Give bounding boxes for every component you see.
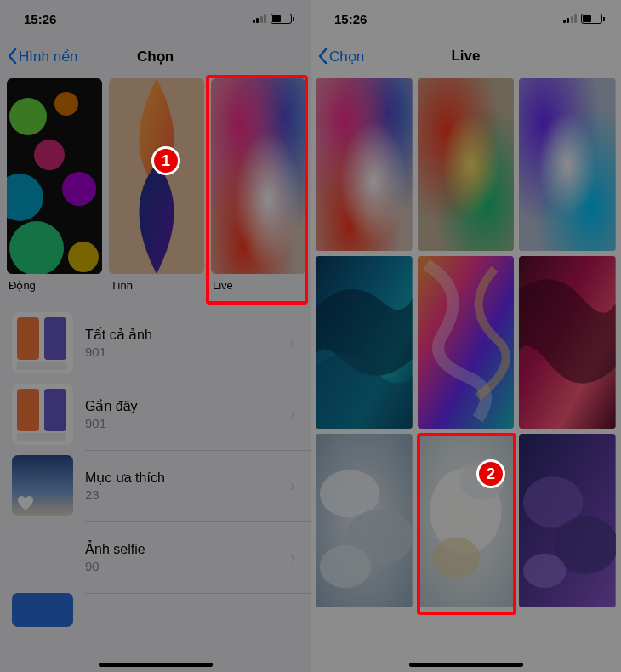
svg-rect-13 bbox=[211, 78, 306, 274]
svg-point-7 bbox=[68, 242, 99, 272]
svg-point-2 bbox=[54, 92, 78, 116]
category-label: Động bbox=[7, 279, 102, 292]
album-recents[interactable]: Gần đây 901 › bbox=[0, 379, 310, 450]
wallpaper-thumb[interactable] bbox=[418, 256, 515, 429]
back-label: Hình nền bbox=[19, 48, 78, 65]
album-favorites[interactable]: Mục ưa thích 23 › bbox=[0, 450, 310, 521]
category-still[interactable]: Tĩnh bbox=[109, 78, 204, 292]
step-marker-2: 2 bbox=[476, 459, 505, 488]
album-count: 90 bbox=[85, 559, 278, 573]
svg-point-6 bbox=[9, 221, 64, 274]
category-live-thumb bbox=[211, 78, 306, 274]
category-live[interactable]: Live bbox=[211, 78, 306, 292]
album-all-photos[interactable]: Tất cả ảnh 901 › bbox=[0, 307, 310, 379]
status-indicators bbox=[253, 14, 293, 24]
wallpaper-thumb[interactable] bbox=[316, 256, 413, 429]
wallpaper-thumb[interactable] bbox=[418, 78, 515, 251]
album-name: Ảnh selfie bbox=[85, 541, 278, 557]
svg-rect-35 bbox=[519, 78, 616, 251]
album-thumb bbox=[12, 593, 73, 627]
category-dynamic-thumb bbox=[7, 78, 102, 274]
heart-icon bbox=[17, 496, 34, 511]
battery-icon bbox=[581, 14, 602, 24]
phone-left: 15:26 Hình nền Chọn bbox=[0, 0, 310, 672]
album-live-photos[interactable] bbox=[0, 593, 310, 627]
back-button[interactable]: Hình nền bbox=[7, 48, 78, 65]
album-thumb bbox=[12, 455, 73, 516]
chevron-right-icon: › bbox=[290, 334, 295, 352]
step-marker-1: 1 bbox=[151, 146, 180, 175]
back-button[interactable]: Chọn bbox=[317, 48, 364, 65]
signal-icon bbox=[253, 14, 267, 23]
home-indicator bbox=[99, 663, 213, 667]
wallpaper-thumb[interactable] bbox=[519, 78, 616, 251]
chevron-left-icon bbox=[317, 48, 328, 65]
album-count: 901 bbox=[85, 416, 278, 430]
album-selfies[interactable]: Ảnh selfie 90 › bbox=[0, 521, 310, 593]
svg-rect-16 bbox=[44, 317, 66, 360]
status-bar: 15:26 bbox=[310, 0, 621, 37]
chevron-left-icon bbox=[7, 48, 17, 65]
svg-point-50 bbox=[523, 554, 566, 588]
status-time: 15:26 bbox=[334, 12, 367, 26]
svg-rect-19 bbox=[17, 389, 39, 431]
wallpaper-grid bbox=[310, 78, 621, 607]
album-name: Gần đây bbox=[85, 398, 278, 414]
album-thumb bbox=[12, 312, 73, 373]
album-count: 901 bbox=[85, 345, 278, 359]
status-bar: 15:26 bbox=[0, 0, 310, 37]
svg-rect-27 bbox=[316, 78, 413, 251]
svg-rect-15 bbox=[17, 317, 39, 360]
home-indicator bbox=[409, 663, 523, 667]
svg-point-5 bbox=[62, 172, 96, 206]
chevron-right-icon: › bbox=[290, 549, 295, 567]
chevron-right-icon: › bbox=[290, 406, 295, 424]
svg-point-3 bbox=[34, 140, 65, 170]
category-label: Live bbox=[211, 279, 306, 292]
status-indicators bbox=[563, 14, 603, 24]
nav-bar: Hình nền Chọn bbox=[0, 37, 310, 75]
album-count: 23 bbox=[85, 487, 278, 502]
nav-bar: Chọn Live bbox=[310, 37, 621, 75]
category-dynamic[interactable]: Động bbox=[7, 78, 102, 292]
svg-point-45 bbox=[432, 538, 480, 578]
wallpaper-thumb[interactable] bbox=[316, 78, 413, 251]
phone-right: 15:26 Chọn Live bbox=[310, 0, 621, 672]
svg-rect-17 bbox=[17, 362, 66, 370]
album-name: Mục ưa thích bbox=[85, 470, 278, 486]
svg-rect-21 bbox=[17, 433, 66, 441]
wallpaper-thumb[interactable] bbox=[519, 256, 616, 429]
category-label: Tĩnh bbox=[109, 279, 204, 292]
status-time: 15:26 bbox=[24, 12, 56, 26]
wallpaper-thumb[interactable] bbox=[418, 434, 515, 607]
album-list: Tất cả ảnh 901 › Gần đây 901 › Mục ưa t bbox=[0, 307, 310, 627]
wallpaper-categories: Động Tĩnh bbox=[0, 75, 310, 292]
album-thumb bbox=[12, 527, 73, 588]
svg-point-1 bbox=[9, 98, 47, 135]
category-still-thumb bbox=[109, 78, 204, 274]
battery-icon bbox=[271, 14, 292, 24]
album-name: Tất cả ảnh bbox=[85, 327, 278, 343]
album-thumb bbox=[12, 384, 73, 445]
wallpaper-thumb[interactable] bbox=[519, 434, 616, 607]
svg-rect-31 bbox=[418, 78, 515, 251]
chevron-right-icon: › bbox=[290, 477, 295, 495]
signal-icon bbox=[563, 14, 578, 23]
svg-rect-20 bbox=[44, 389, 66, 431]
back-label: Chọn bbox=[329, 48, 364, 65]
svg-point-42 bbox=[320, 545, 371, 588]
wallpaper-thumb[interactable] bbox=[316, 434, 413, 607]
